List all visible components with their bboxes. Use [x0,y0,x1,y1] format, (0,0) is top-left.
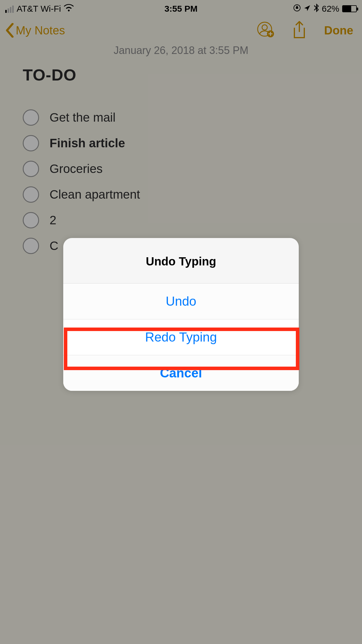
undo-alert: Undo Typing Undo Redo Typing Cancel [63,238,299,391]
redo-typing-button[interactable]: Redo Typing [63,319,299,355]
screen: AT&T Wi-Fi 3:55 PM 62% My Notes [0,0,362,644]
cancel-button[interactable]: Cancel [63,355,299,391]
alert-title: Undo Typing [63,238,299,284]
undo-button[interactable]: Undo [63,284,299,319]
